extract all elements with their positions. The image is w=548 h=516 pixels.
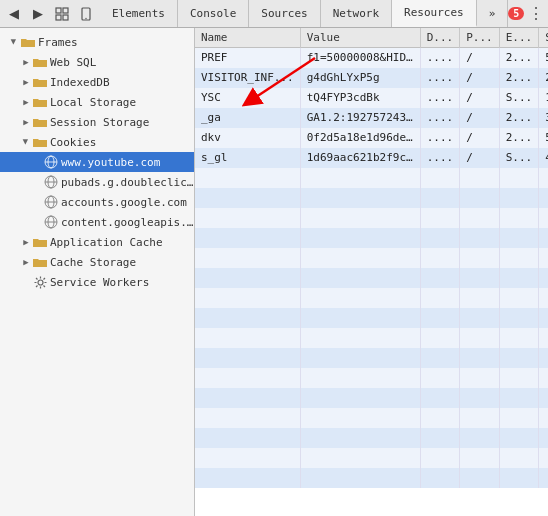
sidebar-item-app-cache[interactable]: ▶ Application Cache xyxy=(0,232,194,252)
sidebar-label-local-storage: Local Storage xyxy=(50,96,136,109)
expand-arrow-indexeddb: ▶ xyxy=(20,76,32,88)
col-header-value[interactable]: Value xyxy=(300,28,420,48)
cell-1: 0f2d5a18e1d96de5... xyxy=(300,128,420,148)
empty-cell-2 xyxy=(420,188,460,208)
sidebar-label-doubleclick: pubads.g.doubleclick.net xyxy=(61,176,194,189)
sidebar-item-cookies[interactable]: ▶ Cookies xyxy=(0,132,194,152)
forward-button[interactable]: ▶ xyxy=(28,4,48,24)
table-row[interactable]: PREFf1=50000008&HID......./2...58 xyxy=(195,48,548,68)
empty-cell-5 xyxy=(539,228,548,248)
col-header-exp[interactable]: E... xyxy=(499,28,539,48)
empty-row xyxy=(195,308,548,328)
sidebar-label-cookies: Cookies xyxy=(50,136,96,149)
empty-cell-0 xyxy=(195,328,300,348)
empty-cell-4 xyxy=(499,248,539,268)
cell-0: YSC xyxy=(195,88,300,108)
sidebar-item-indexeddb[interactable]: ▶ IndexedDB xyxy=(0,72,194,92)
cell-4: 2... xyxy=(499,128,539,148)
empty-cell-0 xyxy=(195,408,300,428)
mobile-button[interactable] xyxy=(76,4,96,24)
expand-arrow-session: ▶ xyxy=(20,116,32,128)
cell-1: GA1.2:1927572438... xyxy=(300,108,420,128)
inspect-button[interactable] xyxy=(52,4,72,24)
table-row[interactable]: YSCtQ4FYP3cdBk..../S...14✓ xyxy=(195,88,548,108)
domain-icon-doubleclick xyxy=(44,175,58,189)
col-header-name[interactable]: Name xyxy=(195,28,300,48)
empty-cell-3 xyxy=(460,228,500,248)
cell-2: .... xyxy=(420,108,460,128)
sidebar-item-session-storage[interactable]: ▶ Session Storage xyxy=(0,112,194,132)
sidebar-item-web-sql[interactable]: ▶ Web SQL xyxy=(0,52,194,72)
empty-cell-3 xyxy=(460,428,500,448)
folder-icon-local xyxy=(32,96,48,108)
table-row[interactable]: dkv0f2d5a18e1d96de5......./2...59 xyxy=(195,128,548,148)
table-row[interactable]: s_gl1d69aac621b2f9c0......./S...48 xyxy=(195,148,548,168)
expand-arrow-cache: ▶ xyxy=(20,256,32,268)
folder-icon-frames xyxy=(20,36,36,48)
sidebar-item-cache-storage[interactable]: ▶ Cache Storage xyxy=(0,252,194,272)
sidebar-item-doubleclick[interactable]: pubads.g.doubleclick.net xyxy=(0,172,194,192)
empty-cell-5 xyxy=(539,408,548,428)
table-row[interactable]: _gaGA1.2:1927572438......./2...30 xyxy=(195,108,548,128)
cell-3: / xyxy=(460,48,500,68)
empty-cell-5 xyxy=(539,308,548,328)
folder-icon-cookies xyxy=(32,136,48,148)
back-button[interactable]: ◀ xyxy=(4,4,24,24)
sidebar-item-frames[interactable]: ▶ Frames xyxy=(0,32,194,52)
empty-row xyxy=(195,388,548,408)
folder-icon-session xyxy=(32,116,48,128)
empty-cell-4 xyxy=(499,368,539,388)
tab-elements[interactable]: Elements xyxy=(100,0,178,27)
col-header-domain[interactable]: D... xyxy=(420,28,460,48)
sidebar-item-googleapis[interactable]: content.googleapis.com xyxy=(0,212,194,232)
empty-row xyxy=(195,168,548,188)
tab-more[interactable]: » xyxy=(477,0,509,27)
empty-cell-1 xyxy=(300,268,420,288)
empty-cell-0 xyxy=(195,228,300,248)
empty-cell-2 xyxy=(420,168,460,188)
empty-cell-3 xyxy=(460,248,500,268)
domain-icon-google xyxy=(44,195,58,209)
empty-cell-2 xyxy=(420,468,460,488)
empty-cell-2 xyxy=(420,408,460,428)
empty-cell-5 xyxy=(539,288,548,308)
empty-cell-5 xyxy=(539,388,548,408)
col-header-size[interactable]: S... xyxy=(539,28,548,48)
empty-cell-0 xyxy=(195,268,300,288)
sidebar-label-googleapis: content.googleapis.com xyxy=(61,216,194,229)
empty-cell-0 xyxy=(195,388,300,408)
empty-cell-1 xyxy=(300,328,420,348)
expand-arrow-frames: ▶ xyxy=(8,36,20,48)
tab-sources[interactable]: Sources xyxy=(249,0,320,27)
cell-5: 29 xyxy=(539,68,548,88)
col-header-path[interactable]: P... xyxy=(460,28,500,48)
empty-cell-1 xyxy=(300,388,420,408)
content-area: Name Value D... P... E... S... H... S...… xyxy=(195,28,548,516)
folder-icon-websql xyxy=(32,56,48,68)
sidebar-item-service-workers[interactable]: Service Workers xyxy=(0,272,194,292)
sidebar-item-youtube[interactable]: www.youtube.com xyxy=(0,152,194,172)
sidebar-item-local-storage[interactable]: ▶ Local Storage xyxy=(0,92,194,112)
empty-cell-1 xyxy=(300,228,420,248)
empty-row xyxy=(195,428,548,448)
table-row[interactable]: VISITOR_INF...g4dGhLYxP5g..../2...29✓ xyxy=(195,68,548,88)
settings-button[interactable]: ⋮ xyxy=(528,4,544,23)
svg-point-18 xyxy=(38,280,43,285)
cell-4: S... xyxy=(499,88,539,108)
empty-cell-2 xyxy=(420,388,460,408)
empty-cell-2 xyxy=(420,308,460,328)
empty-cell-1 xyxy=(300,208,420,228)
empty-cell-2 xyxy=(420,348,460,368)
cell-2: .... xyxy=(420,148,460,168)
empty-row xyxy=(195,208,548,228)
tab-network[interactable]: Network xyxy=(321,0,392,27)
empty-cell-0 xyxy=(195,348,300,368)
empty-cell-5 xyxy=(539,188,548,208)
sidebar-item-google-accounts[interactable]: accounts.google.com xyxy=(0,192,194,212)
tab-console[interactable]: Console xyxy=(178,0,249,27)
tab-resources[interactable]: Resources xyxy=(392,0,477,27)
cell-2: .... xyxy=(420,68,460,88)
empty-cell-2 xyxy=(420,248,460,268)
sidebar-label-session-storage: Session Storage xyxy=(50,116,149,129)
empty-row xyxy=(195,328,548,348)
